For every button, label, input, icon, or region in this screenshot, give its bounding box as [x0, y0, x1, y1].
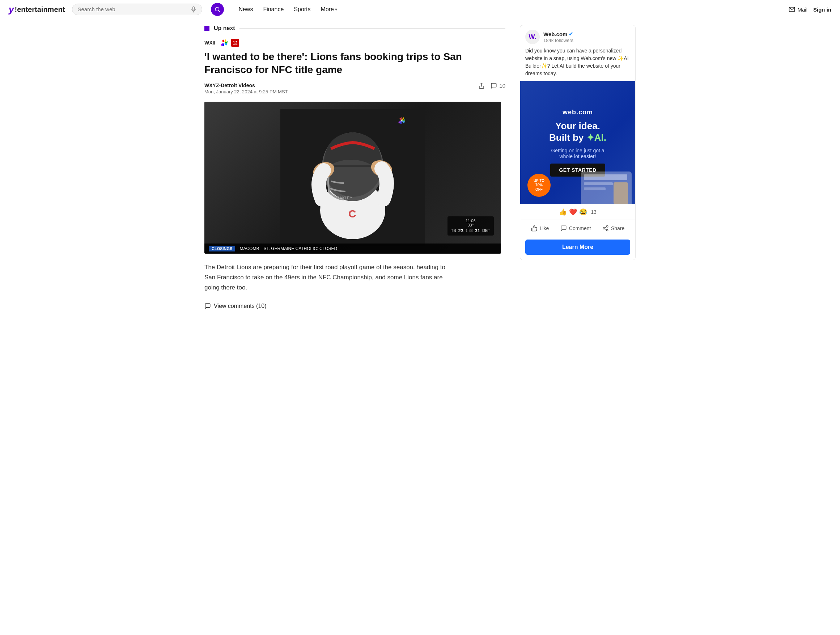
advertiser-logo: W.: [525, 30, 540, 44]
ad-card: W. Web.com ✔ 184k followers Did you know…: [520, 25, 636, 260]
logo-y: y: [9, 4, 14, 15]
share-icon: [478, 82, 485, 89]
svg-rect-33: [584, 174, 627, 180]
up-next-label: Up next: [214, 25, 235, 32]
ad-reactions: 👍 ❤️ 😂 13: [520, 204, 635, 220]
comment-action-icon: [561, 225, 567, 232]
search-bar: [72, 4, 202, 16]
share-action-icon: [602, 225, 609, 232]
svg-rect-35: [584, 188, 606, 190]
ad-banner-sub: Getting online just got awhole lot easie…: [551, 148, 604, 159]
ticker-school: ST. GERMAINE CATHOLIC: CLOSED: [264, 246, 337, 251]
svg-point-39: [606, 229, 608, 231]
source-name: WXII: [204, 40, 215, 46]
ai-label: ✦AI.: [586, 132, 606, 143]
reaction-count: 13: [591, 209, 597, 215]
time-remaining: 11:06: [466, 218, 476, 223]
football-player-illustration: C OAKLEY: [280, 109, 425, 246]
score-overlay: 11:06 33° TB 23 1:33 31 DET: [447, 216, 494, 235]
ticker-county: MACOMB: [240, 246, 259, 251]
ad-banner-logo: web.com: [562, 109, 593, 116]
svg-rect-34: [584, 182, 613, 185]
main-content: Up next WXII 12: [204, 19, 505, 310]
svg-point-31: [401, 119, 403, 121]
sidebar: W. Web.com ✔ 184k followers Did you know…: [520, 19, 636, 310]
advertiser-info: Web.com ✔ 184k followers: [543, 31, 573, 43]
up-next-bar: Up next: [204, 25, 505, 32]
search-button[interactable]: [211, 3, 224, 16]
article-meta: WXYZ-Detroit Videos Mon, January 22, 202…: [204, 82, 505, 95]
ad-banner-headline: Your idea.Built by ✦AI.: [549, 120, 606, 143]
nav-news[interactable]: News: [238, 6, 253, 13]
ad-mockup: [581, 172, 632, 204]
ad-comment-button[interactable]: Comment: [557, 223, 595, 234]
byline-date: Mon, January 22, 2024 at 9:25 PM MST: [204, 89, 288, 95]
svg-point-12: [223, 42, 225, 44]
svg-point-37: [606, 226, 608, 227]
chevron-down-icon: ▾: [335, 7, 337, 12]
site-header: y!entertainment News Finance Sports More…: [0, 0, 840, 19]
ticker-bar: CLOSINGS MACOMB ST. GERMAINE CATHOLIC: C…: [204, 243, 501, 254]
ad-action-row: Like Comment Share: [520, 220, 635, 237]
article-image: C OAKLEY 11:06: [204, 102, 501, 254]
site-logo[interactable]: y!entertainment: [9, 4, 65, 15]
article-actions: 10: [478, 82, 505, 89]
search-icon: [214, 6, 221, 13]
reaction-like: 👍: [559, 208, 567, 216]
article-body: The Detroit Lions are preparing for thei…: [204, 262, 458, 293]
discount-badge: UP TO70%OFF: [527, 174, 551, 197]
ad-description: Did you know you can have a personalized…: [520, 47, 635, 81]
channel12-logo: 12: [231, 39, 239, 47]
svg-point-38: [603, 227, 605, 229]
sign-in-button[interactable]: Sign in: [813, 6, 831, 13]
temperature: 33°: [467, 223, 474, 227]
mail-icon: [789, 6, 795, 13]
header-right: Mail Sign in: [789, 6, 831, 13]
mic-icon: [190, 6, 197, 13]
comment-button[interactable]: 10: [491, 82, 505, 89]
ad-like-button[interactable]: Like: [527, 223, 553, 234]
article-source: WXII 12: [204, 39, 505, 47]
svg-text:C: C: [348, 208, 356, 220]
nav-sports[interactable]: Sports: [294, 6, 310, 13]
source-logo: 12: [218, 39, 239, 47]
ad-banner: web.com Your idea.Built by ✦AI. Getting …: [520, 81, 635, 204]
svg-text:12: 12: [233, 41, 238, 46]
ad-share-button[interactable]: Share: [599, 223, 628, 234]
like-icon: [531, 225, 538, 232]
microphone-button[interactable]: [190, 6, 197, 13]
search-input[interactable]: [77, 6, 187, 12]
ticker-closings-label: CLOSINGS: [209, 246, 235, 251]
article-byline: WXYZ-Detroit Videos Mon, January 22, 202…: [204, 82, 288, 95]
learn-more-button[interactable]: Learn More: [525, 240, 630, 255]
main-nav: News Finance Sports More ▾: [238, 6, 782, 13]
byline-source: WXYZ-Detroit Videos: [204, 82, 288, 88]
verified-icon: ✔: [569, 31, 573, 37]
view-comments-button[interactable]: View comments (10): [204, 303, 267, 310]
nav-finance[interactable]: Finance: [263, 6, 284, 13]
logo-text: !entertainment: [14, 5, 65, 14]
advertiser-name: Web.com ✔: [543, 31, 573, 37]
article-image-placeholder: C OAKLEY 11:06: [204, 102, 501, 254]
ad-header: W. Web.com ✔ 184k followers: [520, 25, 635, 47]
reaction-heart: ❤️: [569, 208, 577, 216]
svg-point-3: [215, 7, 219, 11]
reaction-haha: 😂: [579, 208, 587, 216]
up-next-icon: [204, 26, 210, 31]
content-wrapper: Up next WXII 12: [196, 19, 644, 310]
comments-icon: [204, 303, 211, 310]
svg-rect-0: [193, 7, 195, 10]
article-headline: 'I wanted to be there': Lions fans booki…: [204, 50, 465, 77]
svg-line-40: [605, 229, 606, 230]
svg-line-4: [219, 11, 220, 12]
svg-line-41: [605, 227, 606, 228]
mockup-illustration: [581, 172, 632, 204]
nbc-logo: [218, 39, 230, 47]
svg-rect-36: [614, 182, 628, 204]
nav-more[interactable]: More ▾: [321, 6, 337, 13]
comment-icon: [491, 82, 497, 89]
mail-link[interactable]: Mail: [789, 6, 807, 13]
share-button[interactable]: [478, 82, 485, 89]
advertiser-followers: 184k followers: [543, 38, 573, 43]
up-next-divider: [240, 28, 505, 28]
